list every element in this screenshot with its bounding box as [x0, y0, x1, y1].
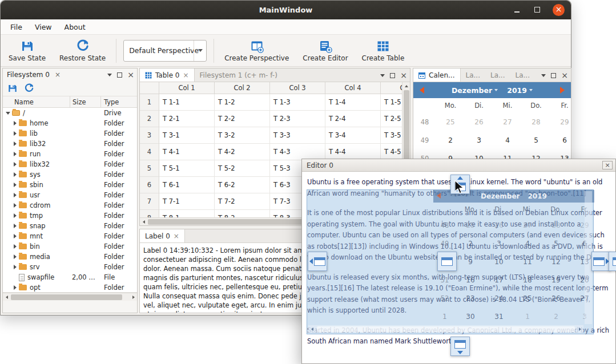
tree-row[interactable]: sysFolder — [3, 169, 137, 180]
menu-about[interactable]: About — [58, 21, 92, 34]
scroll-left-icon[interactable] — [3, 293, 10, 301]
close-icon[interactable]: × — [561, 71, 568, 79]
scroll-left-icon[interactable] — [140, 218, 147, 225]
calendar-day[interactable]: 27 — [493, 113, 522, 131]
expander-right-icon[interactable] — [11, 131, 19, 136]
scrollbar-thumb[interactable] — [148, 219, 319, 225]
tab-filesystem-1[interactable]: Filesystem 1 (c+ m- f-) — [195, 68, 283, 82]
tree-row[interactable]: usrFolder — [3, 190, 137, 200]
tree-row[interactable]: runFolder — [3, 149, 137, 159]
table-cell[interactable]: T 1-3 — [270, 94, 325, 111]
table-cell[interactable]: T 5-2 — [215, 160, 270, 177]
table-cell[interactable]: T 1-2 — [215, 94, 270, 111]
table-cell[interactable]: T 8-1 — [159, 210, 215, 217]
tree-row[interactable]: tmpFolder — [3, 211, 137, 221]
dock-menu-icon[interactable] — [107, 74, 112, 76]
table-cell[interactable]: T 4-2 — [215, 144, 270, 160]
table-cell[interactable]: T 3-3 — [270, 127, 325, 144]
expander-right-icon[interactable] — [11, 121, 19, 126]
row-header[interactable]: 8 — [140, 210, 159, 217]
dock-drop-indicator-left[interactable] — [308, 252, 327, 271]
dock-drop-indicator-bottom[interactable] — [450, 337, 470, 356]
expander-right-icon[interactable] — [11, 265, 19, 269]
dock-drop-indicator-center[interactable] — [437, 252, 457, 271]
table-cell[interactable]: T 4-5 — [381, 144, 402, 160]
expander-right-icon[interactable] — [11, 234, 19, 238]
close-icon[interactable]: × — [55, 71, 61, 79]
next-month-icon[interactable] — [560, 87, 565, 94]
scrollbar-thumb[interactable] — [11, 294, 122, 300]
table-cell[interactable]: T 1-5 — [381, 94, 402, 111]
float-icon[interactable] — [551, 73, 556, 78]
close-icon[interactable]: × — [400, 71, 407, 79]
expander-down-icon[interactable] — [4, 112, 12, 115]
dock-menu-icon[interactable] — [541, 74, 546, 77]
row-header[interactable]: 5 — [140, 160, 159, 177]
table-cell[interactable]: T 3-1 — [159, 127, 215, 144]
column-header[interactable]: Col 1 — [159, 82, 215, 94]
table-cell[interactable]: T 8-2 — [215, 210, 270, 217]
tree-row[interactable]: /Drive — [3, 108, 137, 118]
calendar-day[interactable]: 2 — [436, 131, 465, 149]
close-icon[interactable]: × — [127, 71, 134, 79]
scroll-right-icon[interactable] — [130, 293, 137, 301]
table-cell[interactable]: T 4-3 — [270, 144, 325, 160]
editor-titlebar[interactable]: Editor 0 × — [302, 159, 615, 172]
expander-right-icon[interactable] — [11, 183, 19, 187]
dock-drop-indicator-right-edge[interactable] — [609, 252, 616, 271]
expander-right-icon[interactable] — [11, 193, 19, 197]
row-header[interactable]: 4 — [140, 144, 159, 160]
prev-month-icon[interactable] — [420, 87, 424, 94]
row-header[interactable]: 1 — [140, 94, 159, 111]
close-icon[interactable]: × — [602, 161, 613, 169]
expander-right-icon[interactable] — [11, 285, 19, 290]
table-cell[interactable]: T 4-4 — [325, 144, 381, 160]
titlebar[interactable]: MainWindow — [1, 1, 571, 19]
table-cell[interactable]: T 2-4 — [325, 111, 381, 127]
calendar-day[interactable]: 5 — [522, 131, 550, 149]
table-cell[interactable]: T 2-5 — [381, 111, 402, 127]
expander-right-icon[interactable] — [11, 213, 19, 218]
tab-label-1[interactable]: La... — [461, 68, 485, 82]
tree-row[interactable]: homeFolder — [3, 118, 137, 128]
calendar-day[interactable]: 6 — [550, 131, 571, 149]
expander-right-icon[interactable] — [11, 172, 19, 177]
close-icon[interactable] — [553, 4, 565, 16]
tree-header[interactable]: Name Size Type — [3, 96, 137, 108]
expander-right-icon[interactable] — [11, 244, 19, 249]
perspective-select[interactable]: Default Perspective — [123, 40, 207, 62]
create-editor-button[interactable]: Create Editor — [299, 38, 351, 63]
tree-row[interactable]: sbinFolder — [3, 180, 137, 190]
table-cell[interactable]: T 3-5 — [381, 127, 402, 144]
table-cell[interactable]: T 6-1 — [159, 177, 215, 193]
column-name[interactable]: Name — [3, 96, 70, 107]
expander-right-icon[interactable] — [11, 141, 19, 146]
menu-file[interactable]: File — [4, 21, 29, 34]
calendar-day[interactable]: 28 — [522, 113, 550, 131]
tree-row[interactable]: libFolder — [3, 128, 137, 139]
tab-label-3[interactable]: La... — [510, 68, 534, 82]
expander-right-icon[interactable] — [11, 224, 19, 228]
minimize-icon[interactable] — [511, 4, 523, 16]
table-cell[interactable]: T 3-2 — [215, 127, 270, 144]
calendar-day[interactable]: 4 — [493, 131, 522, 149]
restore-state-button[interactable]: Restore State — [56, 38, 109, 63]
tree-row[interactable]: binFolder — [3, 241, 137, 252]
calendar-day[interactable]: 29 — [550, 113, 571, 131]
table-cell[interactable]: T 2-1 — [159, 111, 215, 127]
column-header[interactable]: Col 5 — [381, 82, 402, 94]
month-select[interactable]: Dezember — [452, 86, 498, 95]
table-cell[interactable]: T 4-1 — [159, 144, 215, 160]
tree-row[interactable]: cdromFolder — [3, 200, 137, 211]
maximize-icon[interactable] — [531, 4, 543, 16]
tree-row[interactable]: libx32Folder — [3, 159, 137, 169]
create-table-button[interactable]: Create Table — [359, 38, 408, 63]
horizontal-scrollbar[interactable] — [3, 293, 137, 301]
column-size[interactable]: Size — [70, 96, 101, 107]
column-header[interactable]: Col 3 — [270, 82, 325, 94]
expander-right-icon[interactable] — [11, 203, 19, 208]
tree-row[interactable]: srvFolder — [3, 262, 137, 272]
row-header[interactable]: 6 — [140, 177, 159, 193]
expander-right-icon[interactable] — [11, 162, 19, 167]
table-cell[interactable]: T 1-1 — [159, 94, 215, 111]
